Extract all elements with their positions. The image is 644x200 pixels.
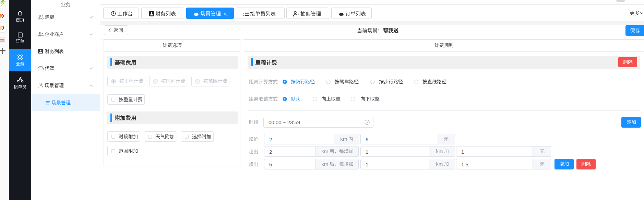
svg-text:go: go <box>1 2 4 6</box>
svg-text:PDF: PDF <box>0 39 4 42</box>
